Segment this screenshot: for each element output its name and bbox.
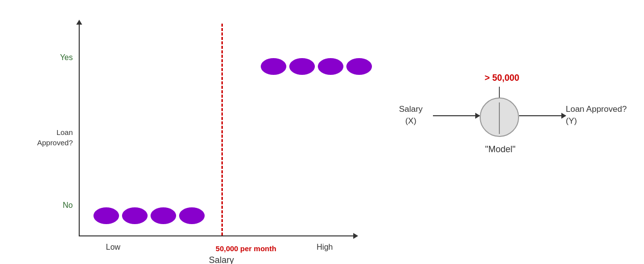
output-label: Loan Approved?(Y) <box>566 103 630 127</box>
chart-area: Yes LoanApproved? No Low Salary High 50,… <box>30 14 374 260</box>
data-point-yes-3 <box>318 58 343 75</box>
data-point-no-1 <box>93 207 119 224</box>
y-label-no: No <box>30 201 73 210</box>
threshold-x-label: 50,000 per month <box>207 244 285 253</box>
x-axis <box>79 235 354 236</box>
x-label-low: Low <box>93 243 133 252</box>
model-node <box>480 98 519 137</box>
y-label-loan-approved: LoanApproved? <box>30 127 73 148</box>
data-point-yes-2 <box>289 58 315 75</box>
data-point-yes-4 <box>346 58 372 75</box>
output-arrow <box>519 115 566 116</box>
x-label-high: High <box>305 243 344 252</box>
data-point-no-2 <box>122 207 148 224</box>
main-container: Yes LoanApproved? No Low Salary High 50,… <box>0 0 644 264</box>
model-text-label: "Model" <box>468 144 532 155</box>
data-point-yes-1 <box>261 58 286 75</box>
threshold-line <box>221 24 223 235</box>
model-diagram: > 50,000 Salary(X) Loan Approved?(Y) "Mo… <box>389 48 635 196</box>
model-threshold-connector <box>499 87 500 99</box>
y-axis <box>79 24 80 235</box>
model-threshold-label: > 50,000 <box>485 73 520 83</box>
data-point-no-3 <box>151 207 176 224</box>
input-arrow <box>433 115 480 116</box>
input-label: Salary(X) <box>389 103 433 127</box>
data-point-no-4 <box>179 207 205 224</box>
y-label-yes: Yes <box>30 53 73 62</box>
x-label-salary: Salary <box>202 255 241 264</box>
